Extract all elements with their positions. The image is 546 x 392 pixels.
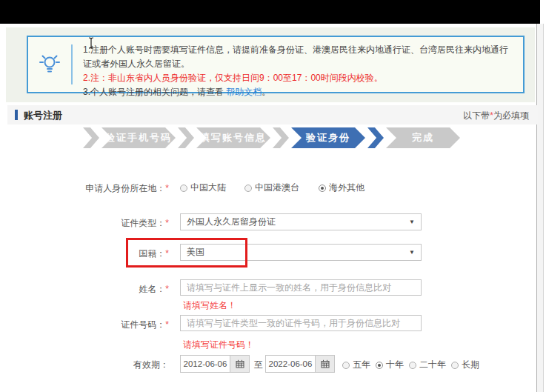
required-hint-suffix: 为必填项 [493, 110, 529, 121]
help-doc-link[interactable]: 帮助文档 [226, 87, 262, 97]
section-header: 账号注册 以下带*为必填项 [7, 105, 538, 124]
radio-icon [342, 362, 350, 369]
cert-type-select[interactable]: 外国人永久居留身份证 ▼ [180, 213, 422, 230]
cert-number-error-message: 请填写证件号码！ [183, 339, 254, 351]
cert-type-value: 外国人永久居留身份证 [187, 216, 276, 228]
notice-line-3-text: 3.个人账号注册的相关问题，请查看 [83, 87, 226, 97]
location-label: 申请人身份所在地：* [6, 182, 169, 195]
step-chevron-icon [178, 127, 194, 148]
step-complete: 完成 [386, 127, 460, 148]
step-verify-identity: 验证身份 [291, 127, 365, 148]
scrollbar[interactable] [536, 24, 544, 392]
location-required-star: * [165, 183, 169, 193]
cert-number-label-text: 证件号码： [121, 319, 165, 330]
radio-label: 中国大陆 [190, 182, 226, 194]
radio-label: 海外其他 [329, 182, 364, 194]
required-fields-hint: 以下带*为必填项 [463, 110, 529, 122]
notice-line-1: 1.注册个人账号时需要填写证件信息，请提前准备身份证、港澳居民往来内地通行证、台… [83, 43, 516, 71]
radio-five-years[interactable]: 五年 [342, 359, 370, 371]
start-date-value: 2012-06-06 [181, 359, 230, 368]
step-chevron-icon [83, 127, 99, 148]
radio-icon [180, 185, 187, 192]
title-accent-bar [15, 110, 18, 120]
lightbulb-icon [28, 37, 71, 92]
step-chevron-icon [273, 127, 289, 148]
page-title: 账号注册 [24, 109, 62, 122]
cert-number-input[interactable] [180, 315, 422, 331]
name-label-text: 姓名： [139, 284, 165, 294]
radio-label: 中国港澳台 [255, 182, 299, 194]
radio-icon [319, 185, 326, 192]
step-account-info: 填写账号信息 [196, 127, 270, 148]
name-label: 姓名：* [6, 283, 169, 296]
calendar-icon[interactable] [315, 356, 334, 372]
nationality-value: 美国 [187, 246, 204, 259]
nationality-required-star: * [165, 248, 169, 259]
notice-line-2: 2.注：非山东省内人员身份验证，仅支持日间9：00至17：00时间段内校验。 [83, 71, 516, 85]
step-progress-bar: 验证手机号码 填写账号信息 验证身份 完成 [83, 127, 462, 148]
radio-long-term[interactable]: 长期 [451, 359, 479, 371]
nationality-label-text: 国籍： [139, 248, 165, 259]
text-cursor-icon [87, 37, 95, 51]
date-range-to-label: 至 [254, 359, 263, 371]
notice-line-3-suffix: 。 [262, 87, 270, 97]
radio-twenty-years[interactable]: 二十年 [409, 359, 446, 371]
cert-type-label: 证件类型：* [6, 217, 169, 230]
radio-ten-years[interactable]: 十年 [376, 359, 404, 371]
radio-hk-macao-taiwan[interactable]: 中国港澳台 [244, 182, 299, 194]
notice-box: 1.注册个人账号时需要填写证件信息，请提前准备身份证、港澳居民往来内地通行证、台… [27, 36, 525, 93]
window-black-bar [0, 0, 540, 24]
cert-number-label: 证件号码：* [6, 319, 169, 331]
radio-label: 十年 [386, 359, 404, 371]
chevron-down-icon: ▼ [409, 219, 415, 225]
name-error-message: 请填写姓名！ [183, 299, 236, 312]
radio-label: 二十年 [419, 359, 446, 371]
cert-number-required-star: * [165, 319, 169, 330]
chevron-down-icon: ▼ [409, 249, 415, 256]
radio-icon [244, 185, 252, 192]
radio-icon [376, 362, 383, 369]
notice-line-3: 3.个人账号注册的相关问题，请查看 帮助文档。 [83, 85, 516, 99]
radio-label: 五年 [353, 359, 370, 371]
name-required-star: * [165, 284, 169, 294]
validity-period-options: 五年 十年 二十年 长期 [342, 359, 479, 371]
validity-start-date[interactable]: 2012-06-06 [180, 355, 250, 373]
radio-label: 长期 [462, 359, 479, 371]
validity-end-date[interactable]: 2022-06-06 [265, 355, 335, 373]
step-verify-phone: 验证手机号码 [101, 127, 176, 148]
cert-type-label-text: 证件类型： [121, 218, 165, 228]
notice-panel: 1.注册个人账号时需要填写证件信息，请提前准备身份证、港澳居民往来内地通行证、台… [6, 27, 535, 102]
radio-icon [451, 362, 459, 369]
location-label-text: 申请人身份所在地： [85, 183, 165, 193]
validity-label: 有效期： [6, 359, 169, 371]
nationality-select[interactable]: 美国 ▼ [180, 244, 422, 261]
radio-mainland-china[interactable]: 中国大陆 [180, 182, 226, 194]
nationality-label: 国籍：* [6, 248, 169, 260]
name-input[interactable] [180, 279, 422, 296]
required-hint-prefix: 以下带 [463, 110, 490, 121]
radio-overseas-other[interactable]: 海外其他 [319, 182, 364, 194]
step-chevron-icon [367, 127, 384, 148]
cert-type-required-star: * [165, 218, 169, 228]
end-date-value: 2022-06-06 [266, 359, 315, 368]
calendar-icon[interactable] [230, 356, 249, 372]
radio-icon [409, 362, 416, 369]
